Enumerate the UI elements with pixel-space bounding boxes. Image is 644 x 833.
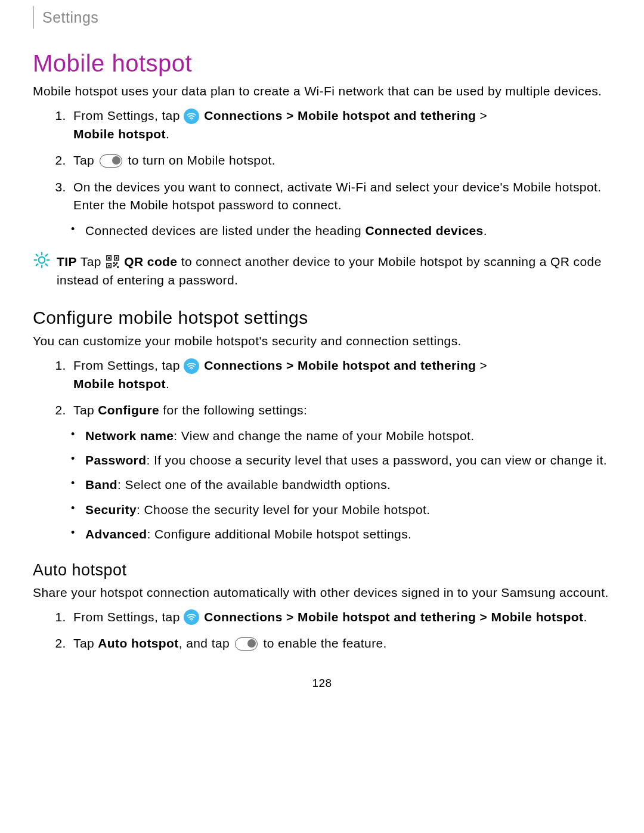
tip-label: TIP: [57, 255, 77, 268]
config-step-2: Tap Configure for the following settings…: [70, 401, 611, 543]
mobile-hotspot-label: Mobile hotspot: [73, 377, 166, 391]
mht-label: Mobile hotspot and tethering: [298, 358, 476, 372]
step2-prefix: Tap: [73, 153, 98, 167]
cfg-s2-prefix: Tap: [73, 403, 98, 417]
svg-rect-15: [108, 265, 110, 267]
svg-point-1: [39, 257, 45, 264]
sec-text: : Choose the security level for your Mob…: [137, 503, 430, 516]
tip-lightbulb-icon: [33, 251, 51, 269]
band-label: Band: [85, 478, 117, 491]
configure-steps-list: From Settings, tap Connections > Mobile …: [33, 357, 611, 543]
svg-rect-13: [116, 258, 117, 259]
pwd-label: Password: [85, 453, 146, 467]
mht-label: Mobile hotspot and tethering: [298, 109, 476, 122]
step2-suffix: to turn on Mobile hotspot.: [128, 153, 275, 167]
page-title: Mobile hotspot: [33, 50, 611, 77]
step3-sub-item: Connected devices are listed under the h…: [85, 222, 611, 239]
configure-intro: You can customize your mobile hotspot's …: [33, 333, 611, 349]
sep2: >: [480, 358, 488, 372]
band-text: : Select one of the available bandwidth …: [117, 478, 391, 491]
netname-text: : View and change the name of your Mobil…: [174, 429, 474, 442]
auto-step-1: From Settings, tap Connections > Mobile …: [70, 608, 611, 626]
step-3: On the devices you want to connect, acti…: [70, 178, 611, 239]
period: .: [166, 377, 169, 391]
config-step-1: From Settings, tap Connections > Mobile …: [70, 357, 611, 393]
svg-line-7: [46, 264, 48, 266]
sep: >: [286, 610, 298, 624]
auto-step-2: Tap Auto hotspot, and tap to enable the …: [70, 634, 611, 652]
step1-prefix: From Settings, tap: [73, 109, 184, 122]
toggle-icon: [100, 154, 122, 168]
connected-devices-label: Connected devices: [365, 224, 483, 237]
svg-rect-18: [113, 265, 115, 267]
sec-label: Security: [85, 503, 137, 516]
auto-s2-mid: , and tap: [179, 636, 234, 650]
netname-label: Network name: [85, 429, 174, 442]
auto-steps-list: From Settings, tap Connections > Mobile …: [33, 608, 611, 653]
connections-label: Connections: [204, 109, 283, 122]
step-1: From Settings, tap Connections > Mobile …: [70, 107, 611, 143]
mobile-hotspot-label: Mobile hotspot: [491, 610, 584, 624]
opt-security: Security: Choose the security level for …: [85, 501, 611, 518]
svg-rect-20: [115, 264, 117, 266]
breadcrumb: Settings: [33, 6, 611, 29]
step3-text: On the devices you want to connect, acti…: [73, 180, 602, 212]
auto-hotspot-intro: Share your hotspot connection automatica…: [33, 584, 611, 601]
mht-label: Mobile hotspot and tethering: [298, 610, 476, 624]
sep: >: [286, 358, 298, 372]
intro-paragraph: Mobile hotspot uses your data plan to cr…: [33, 83, 611, 100]
tip-prefix: Tap: [77, 255, 105, 268]
svg-line-9: [46, 255, 48, 256]
opt-advanced: Advanced: Configure additional Mobile ho…: [85, 525, 611, 543]
svg-point-0: [191, 119, 192, 120]
toggle-icon: [235, 637, 258, 651]
p: .: [484, 224, 487, 237]
breadcrumb-text: Settings: [42, 9, 98, 26]
cfg-s1-prefix: From Settings, tap: [73, 358, 184, 372]
opt-network-name: Network name: View and change the name o…: [85, 427, 611, 444]
svg-rect-19: [117, 267, 119, 268]
svg-point-21: [191, 369, 192, 370]
svg-rect-11: [108, 258, 110, 259]
tip-text: TIP Tap QR code to connect another devi: [57, 252, 611, 290]
adv-text: : Configure additional Mobile hotspot se…: [147, 527, 412, 541]
connections-icon: [184, 609, 199, 625]
svg-point-22: [191, 621, 192, 622]
svg-rect-17: [116, 262, 118, 264]
opt-band: Band: Select one of the available bandwi…: [85, 476, 611, 493]
connections-icon: [184, 109, 199, 124]
step-2: Tap to turn on Mobile hotspot.: [70, 151, 611, 169]
sep2: >: [480, 610, 491, 624]
page-number: 128: [33, 677, 611, 690]
cfg-s2-suffix: for the following settings:: [159, 403, 307, 417]
main-steps-list: From Settings, tap Connections > Mobile …: [33, 107, 611, 239]
svg-rect-16: [113, 262, 115, 264]
svg-line-8: [36, 264, 38, 266]
qr-code-label: QR code: [124, 255, 177, 268]
qr-code-icon: [106, 255, 119, 268]
configure-label: Configure: [98, 403, 159, 417]
sep: >: [286, 109, 298, 122]
period: .: [166, 127, 169, 141]
step3-sub-prefix: Connected devices are listed under the h…: [85, 224, 365, 237]
sep2: >: [480, 109, 488, 122]
connections-label: Connections: [204, 610, 283, 624]
period: .: [583, 610, 587, 624]
mobile-hotspot-label: Mobile hotspot: [73, 127, 166, 141]
connections-icon: [184, 358, 199, 374]
configure-heading: Configure mobile hotspot settings: [33, 308, 611, 328]
auto-hotspot-heading: Auto hotspot: [33, 561, 611, 580]
auto-hotspot-label: Auto hotspot: [98, 636, 178, 650]
auto-s1-prefix: From Settings, tap: [73, 610, 184, 624]
step3-sublist: Connected devices are listed under the h…: [73, 222, 611, 239]
pwd-text: : If you choose a security level that us…: [146, 453, 606, 467]
opt-password: Password: If you choose a security level…: [85, 451, 611, 469]
tip-block: TIP Tap QR code to connect another devi: [33, 252, 611, 290]
svg-line-6: [36, 255, 38, 256]
auto-s2-prefix: Tap: [73, 636, 98, 650]
auto-s2-suffix: to enable the feature.: [264, 636, 387, 650]
connections-label: Connections: [204, 358, 283, 372]
configure-options-list: Network name: View and change the name o…: [73, 427, 611, 543]
adv-label: Advanced: [85, 527, 147, 541]
